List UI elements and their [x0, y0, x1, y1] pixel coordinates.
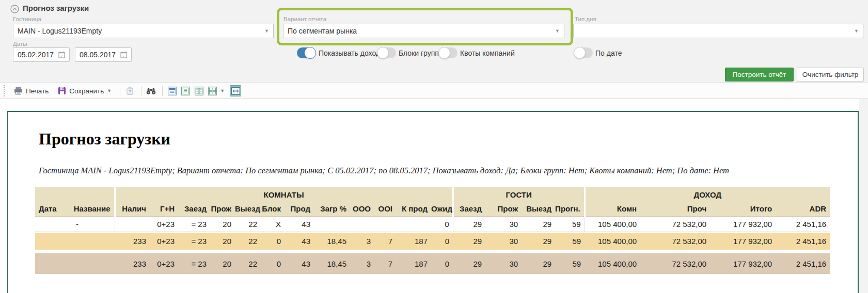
table-cell: - [72, 216, 115, 232]
hotel-select-value: MAIN - Logus21193Empty [18, 27, 261, 35]
column-header: Прож [210, 202, 235, 216]
report-page: Прогноз загрузки Гостиница MAIN - Logus2… [7, 111, 859, 293]
table-row: 2330+23= 23202204318,4537187029302959105… [35, 253, 830, 274]
table-group-row: КОМНАТЫГОСТИДОХОД [35, 187, 830, 202]
report-toolbar: Печать Сохранить ▼ ? [0, 83, 868, 99]
table-cell: 0+23 [150, 216, 178, 232]
table-header-row: ДатаНазваниеНаличГ+НЗаездПрожВыездБлокПр… [35, 202, 830, 216]
date-from-value: 05.02.2017 [18, 51, 58, 59]
view-continuous-icon[interactable] [180, 85, 191, 96]
chevron-down-icon: ▼ [264, 28, 269, 34]
column-header: Проч [640, 202, 710, 216]
day-type-select[interactable]: ▼ [573, 24, 863, 38]
date-to-value: 08.05.2017 [80, 51, 120, 59]
table-cell: = 23 [178, 233, 210, 250]
group-blocks-toggle-label: Блоки групп [399, 49, 439, 57]
column-header: OOI [374, 202, 396, 216]
date-to-input[interactable]: 08.05.2017 7 [75, 47, 132, 62]
table-cell: 105 400,00 [585, 216, 640, 232]
company-quotas-toggle[interactable] [439, 47, 457, 58]
table-cell [314, 216, 350, 232]
viewer-right-gutter [859, 99, 868, 293]
table-cell: 22 [235, 233, 261, 250]
table-cell [35, 253, 72, 274]
toolbar-separator [162, 86, 163, 96]
view-page-width-icon[interactable] [230, 85, 241, 96]
table-cell: 2 451,16 [776, 253, 830, 274]
hotel-label: Гостиница [13, 16, 41, 22]
column-header: ООО [350, 202, 374, 216]
table-cell: 3 [350, 253, 374, 274]
group-header: ГОСТИ [453, 187, 585, 202]
table-cell [374, 216, 396, 232]
table-cell: 18,45 [314, 253, 350, 274]
table-cell: 43 [285, 233, 314, 250]
table-cell: 187 [396, 253, 431, 274]
table-row: -0+23= 232022X43029302959105 400,0072 53… [35, 216, 830, 232]
view-single-page-icon[interactable] [166, 85, 178, 96]
save-button-label: Сохранить [69, 87, 104, 95]
table-cell: 29 [522, 216, 555, 232]
by-date-toggle[interactable] [574, 47, 593, 58]
table-cell: 177 932,00 [710, 253, 776, 274]
table-cell: 0+23 [150, 253, 178, 274]
column-header: Загр % [314, 202, 350, 216]
column-header: Выезд [522, 202, 555, 216]
table-cell: 29 [453, 216, 485, 232]
report-variant-value: По сегментам рынка [288, 27, 552, 35]
table-cell: 105 400,00 [585, 253, 640, 274]
chevron-down-icon: ▼ [107, 88, 112, 93]
table-cell [35, 233, 72, 250]
table-cell: 59 [555, 253, 585, 274]
column-header: Ожид [431, 202, 453, 216]
column-header: Комн [585, 202, 640, 216]
table-cell: 59 [555, 233, 585, 250]
column-header: Дата [35, 202, 72, 216]
table-cell: 18,45 [314, 233, 350, 250]
view-multiple-pages-icon[interactable] [207, 85, 218, 96]
table-cell: 43 [285, 253, 314, 274]
table-cell: 0 [431, 216, 453, 232]
by-date-toggle-label: По дате [595, 49, 622, 57]
calendar-icon[interactable]: 7 [58, 51, 65, 58]
toolbar-drag-handle[interactable] [4, 85, 5, 96]
page-title: Прогноз загрузки [23, 4, 89, 12]
column-header: К прод [396, 202, 431, 216]
table-cell: 30 [485, 233, 522, 250]
binoculars-search-icon[interactable] [145, 85, 156, 96]
group-blocks-toggle[interactable] [377, 47, 396, 58]
table-cell: = 23 [178, 253, 210, 274]
dates-label: Даты [13, 41, 27, 47]
table-cell: 2 451,16 [776, 233, 830, 250]
table-cell [72, 233, 115, 250]
save-icon [58, 87, 66, 95]
table-cell: 20 [210, 216, 235, 232]
report-table-wrap: КОМНАТЫГОСТИДОХОДДатаНазваниеНаличГ+НЗае… [35, 187, 830, 274]
day-type-label: Тип дня [575, 16, 596, 22]
print-button[interactable]: Печать [11, 85, 51, 96]
table-cell: 0 [261, 233, 285, 250]
clipboard-help-icon[interactable]: ? [124, 85, 135, 96]
toolbar-separator [120, 86, 120, 96]
save-button[interactable]: Сохранить ▼ [55, 85, 116, 96]
column-header: Прод [285, 202, 314, 216]
date-from-input[interactable]: 05.02.2017 7 [13, 47, 70, 62]
show-revenue-toggle[interactable] [297, 47, 315, 58]
table-cell [72, 253, 115, 274]
report-variant-select[interactable]: По сегментам рынка ▼ [283, 24, 564, 38]
build-report-button[interactable]: Построить отчёт [725, 68, 794, 82]
table-cell: 0+23 [150, 233, 178, 250]
clear-filter-button[interactable]: Очистить фильтр [797, 68, 864, 82]
column-header: Прож [485, 202, 522, 216]
chevron-down-icon[interactable]: ▼ [220, 88, 225, 93]
hotel-select[interactable]: MAIN - Logus21193Empty ▼ [13, 24, 274, 38]
chevron-down-icon: ▼ [555, 28, 560, 34]
table-cell: 0 [261, 253, 285, 274]
table-cell [396, 216, 431, 232]
table-cell: 30 [485, 216, 522, 232]
show-revenue-toggle-label: Показывать доход [319, 49, 380, 57]
view-facing-pages-icon[interactable] [193, 85, 204, 96]
collapse-panel-icon[interactable] [10, 5, 19, 13]
calendar-icon[interactable]: 7 [120, 51, 127, 58]
report-title: Прогноз загрузки [39, 129, 170, 149]
